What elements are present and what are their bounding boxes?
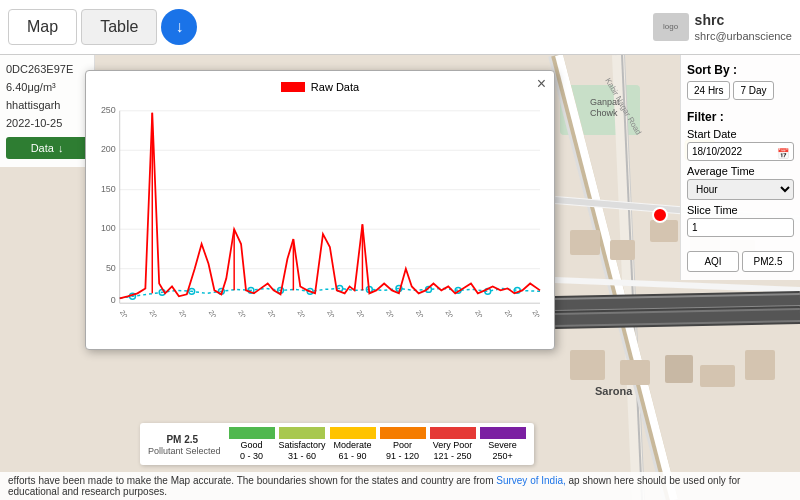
severe-label: Severe	[488, 440, 517, 450]
svg-rect-20	[650, 220, 678, 242]
download-button[interactable]: ↓	[161, 9, 197, 45]
scale-moderate: Moderate 61 - 90	[330, 427, 376, 461]
scale-satisfactory: Satisfactory 31 - 60	[279, 427, 326, 461]
svg-text:Sarona: Sarona	[595, 385, 633, 397]
data-download-button[interactable]: Data ↓	[6, 137, 88, 159]
svg-line-17	[555, 315, 800, 320]
svg-rect-27	[745, 350, 775, 380]
aqi-pm-row: AQI PM2.5	[687, 251, 794, 272]
svg-rect-23	[570, 350, 605, 380]
chart-legend: Raw Data	[98, 81, 542, 93]
svg-text:2022-10-25: 2022-10-25	[504, 309, 528, 317]
poor-color-box	[380, 427, 426, 439]
org-info: shrc shrc@urbanscience	[695, 11, 792, 43]
chart-area: 250 200 150 100 50 0	[98, 97, 542, 317]
filter-section: Filter : Start Date 📅 Average Time Hour …	[687, 110, 794, 241]
poor-label: Poor	[393, 440, 412, 450]
moderate-label: Moderate	[334, 440, 372, 450]
pm-pollutant-sub: Pollutant Selected	[148, 446, 221, 456]
sort-24hrs-button[interactable]: 24 Hrs	[687, 81, 730, 100]
very-poor-label: Very Poor	[433, 440, 473, 450]
svg-rect-26	[700, 365, 735, 387]
pm-scale-bar: PM 2.5 Pollutant Selected Good 0 - 30 Sa…	[140, 423, 534, 465]
sort-7day-button[interactable]: 7 Day	[733, 81, 773, 100]
svg-text:2022-10-20: 2022-10-20	[178, 309, 202, 317]
moderate-range: 61 - 90	[339, 451, 367, 461]
date-value: 2022-10-25	[6, 117, 62, 129]
logo-area: logo shrc shrc@urbanscience	[653, 11, 792, 43]
svg-rect-25	[665, 355, 693, 383]
location-row: hhattisgarh	[6, 99, 88, 111]
footer-text: efforts have been made to make the Map a…	[0, 472, 800, 500]
svg-text:0: 0	[111, 295, 116, 305]
table-tab[interactable]: Table	[81, 9, 157, 45]
date-row: 2022-10-25	[6, 117, 88, 129]
svg-rect-18	[570, 230, 600, 255]
data-btn-label: Data	[31, 142, 54, 154]
svg-text:2022-10-22: 2022-10-22	[237, 309, 261, 317]
svg-text:2022-10-19: 2022-10-19	[148, 309, 172, 317]
info-panel: 0DC263E97E 6.40μg/m³ hhattisgarh 2022-10…	[0, 55, 95, 167]
moderate-color-box	[330, 427, 376, 439]
sort-section: Sort By : 24 Hrs 7 Day	[687, 63, 794, 100]
very-poor-color-box	[430, 427, 476, 439]
survey-of-india-link[interactable]: Survey of India,	[496, 475, 565, 486]
svg-text:2022-10-25: 2022-10-25	[531, 309, 542, 317]
navbar: Map Table ↓ logo shrc shrc@urbanscience	[0, 0, 800, 55]
svg-text:Chowk: Chowk	[590, 108, 618, 118]
good-range: 0 - 30	[240, 451, 263, 461]
very-poor-range: 121 - 250	[434, 451, 472, 461]
svg-text:2022-10-23: 2022-10-23	[356, 309, 380, 317]
severe-range: 250+	[492, 451, 512, 461]
good-color-box	[229, 427, 275, 439]
slice-time-input[interactable]	[687, 218, 794, 237]
satisfactory-range: 31 - 60	[288, 451, 316, 461]
satisfactory-label: Satisfactory	[279, 440, 326, 450]
poor-range: 91 - 120	[386, 451, 419, 461]
slice-time-label: Slice Time	[687, 204, 794, 216]
average-time-select[interactable]: Hour Day Week	[687, 179, 794, 200]
sort-buttons: 24 Hrs 7 Day	[687, 81, 794, 100]
legend-label: Raw Data	[311, 81, 359, 93]
svg-text:2022-10-23: 2022-10-23	[326, 309, 350, 317]
svg-text:2022-10-25: 2022-10-25	[444, 309, 468, 317]
good-label: Good	[241, 440, 263, 450]
map-tab[interactable]: Map	[8, 9, 77, 45]
scale-good: Good 0 - 30	[229, 427, 275, 461]
footer-text1: efforts have been made to make the Map a…	[8, 475, 496, 486]
aqi-button[interactable]: AQI	[687, 251, 739, 272]
svg-point-34	[653, 208, 667, 222]
pm-pollutant-label: PM 2.5	[166, 434, 198, 445]
svg-text:2022-10-24: 2022-10-24	[385, 309, 409, 317]
svg-text:2022-10-24: 2022-10-24	[415, 309, 439, 317]
concentration-row: 6.40μg/m³	[6, 81, 88, 93]
logo-image: logo	[653, 13, 689, 41]
scale-poor: Poor 91 - 120	[380, 427, 426, 461]
start-date-label: Start Date	[687, 128, 794, 140]
svg-text:200: 200	[101, 144, 116, 154]
calendar-icon: 📅	[777, 148, 789, 159]
sort-label: Sort By :	[687, 63, 794, 77]
svg-rect-19	[610, 240, 635, 260]
data-download-icon: ↓	[58, 142, 64, 154]
svg-text:250: 250	[101, 105, 116, 115]
svg-text:2022-10-25: 2022-10-25	[474, 309, 498, 317]
device-id-row: 0DC263E97E	[6, 63, 88, 75]
org-name: shrc	[695, 11, 792, 29]
concentration-value: 6.40μg/m³	[6, 81, 56, 93]
severe-color-box	[480, 427, 526, 439]
device-id: 0DC263E97E	[6, 63, 73, 75]
location-value: hhattisgarh	[6, 99, 60, 111]
svg-text:100: 100	[101, 223, 116, 233]
svg-rect-24	[620, 360, 650, 385]
close-button[interactable]: ×	[537, 75, 546, 93]
svg-text:150: 150	[101, 184, 116, 194]
org-email: shrc@urbanscience	[695, 29, 792, 43]
scale-severe: Severe 250+	[480, 427, 526, 461]
average-time-label: Average Time	[687, 165, 794, 177]
svg-text:2022-10-18: 2022-10-18	[119, 309, 143, 317]
svg-text:2022-10-23: 2022-10-23	[296, 309, 320, 317]
pm25-button[interactable]: PM2.5	[742, 251, 794, 272]
download-icon: ↓	[175, 18, 183, 36]
chart-popup: × Raw Data 250 200 150 100 50 0	[85, 70, 555, 350]
